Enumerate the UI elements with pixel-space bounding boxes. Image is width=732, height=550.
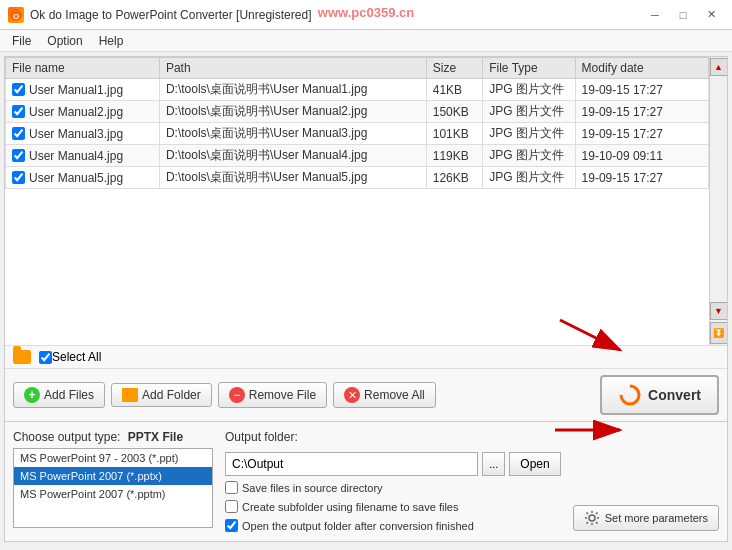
output-folder-input[interactable] — [225, 452, 478, 476]
col-header-modify: Modify date — [575, 58, 708, 79]
row-checkbox-1[interactable] — [12, 105, 25, 118]
bottom-section: Choose output type: PPTX File MS PowerPo… — [5, 421, 727, 541]
table-row: User Manual2.jpg D:\tools\桌面说明书\User Man… — [6, 101, 709, 123]
file-table: File name Path Size File Type Modify dat… — [5, 57, 709, 189]
col-header-filename: File name — [6, 58, 160, 79]
svg-point-4 — [621, 386, 639, 404]
cell-path: D:\tools\桌面说明书\User Manual5.jpg — [159, 167, 426, 189]
open-after-checkbox[interactable] — [225, 519, 238, 532]
create-subfolder-option[interactable]: Create subfolder using filename to save … — [225, 500, 561, 513]
cell-size: 150KB — [426, 101, 482, 123]
output-folder-label: Output folder: — [225, 430, 561, 444]
menu-bar: File Option Help — [0, 30, 732, 52]
app-title: Ok do Image to PowerPoint Converter [Unr… — [30, 8, 311, 22]
cell-date: 19-09-15 17:27 — [575, 101, 708, 123]
table-row: User Manual1.jpg D:\tools\桌面说明书\User Man… — [6, 79, 709, 101]
table-row: User Manual4.jpg D:\tools\桌面说明书\User Man… — [6, 145, 709, 167]
scroll-bottom-button[interactable]: ⏬ — [710, 322, 728, 344]
svg-rect-2 — [123, 392, 137, 401]
output-type-item-2[interactable]: MS PowerPoint 2007 (*.pptm) — [14, 485, 212, 503]
remove-all-label: Remove All — [364, 388, 425, 402]
cell-type: JPG 图片文件 — [483, 79, 575, 101]
menu-help[interactable]: Help — [91, 32, 132, 50]
cell-type: JPG 图片文件 — [483, 167, 575, 189]
convert-button[interactable]: Convert — [600, 375, 719, 415]
cell-size: 41KB — [426, 79, 482, 101]
cell-date: 19-09-15 17:27 — [575, 123, 708, 145]
menu-option[interactable]: Option — [39, 32, 90, 50]
title-bar: O Ok do Image to PowerPoint Converter [U… — [0, 0, 732, 30]
cell-path: D:\tools\桌面说明书\User Manual1.jpg — [159, 79, 426, 101]
col-header-path: Path — [159, 58, 426, 79]
minimize-button[interactable]: ─ — [642, 5, 668, 25]
scroll-down-button[interactable]: ▼ — [710, 302, 728, 320]
set-params-label: Set more parameters — [605, 512, 708, 524]
browse-button[interactable]: ... — [482, 452, 505, 476]
open-after-label: Open the output folder after conversion … — [242, 520, 474, 532]
scroll-up-button[interactable]: ▲ — [710, 58, 728, 76]
add-files-button[interactable]: + Add Files — [13, 382, 105, 408]
menu-file[interactable]: File — [4, 32, 39, 50]
convert-icon — [618, 383, 642, 407]
cell-path: D:\tools\桌面说明书\User Manual2.jpg — [159, 101, 426, 123]
select-all-checkbox[interactable] — [39, 351, 52, 364]
cell-filename: User Manual3.jpg — [6, 123, 160, 145]
scroll-arrows: ▲ ▼ ⏬ — [709, 57, 727, 345]
select-all-bar: Select All — [5, 345, 727, 368]
open-after-option[interactable]: Open the output folder after conversion … — [225, 519, 561, 532]
cell-path: D:\tools\桌面说明书\User Manual3.jpg — [159, 123, 426, 145]
convert-label: Convert — [648, 387, 701, 403]
row-checkbox-0[interactable] — [12, 83, 25, 96]
folder-icon — [13, 350, 31, 364]
save-in-source-checkbox[interactable] — [225, 481, 238, 494]
set-params-button[interactable]: Set more parameters — [573, 505, 719, 531]
row-checkbox-4[interactable] — [12, 171, 25, 184]
output-folder-row: ... Open — [225, 452, 561, 476]
cell-filename: User Manual4.jpg — [6, 145, 160, 167]
cell-type: JPG 图片文件 — [483, 145, 575, 167]
create-subfolder-checkbox[interactable] — [225, 500, 238, 513]
open-button[interactable]: Open — [509, 452, 560, 476]
output-type-section: Choose output type: PPTX File MS PowerPo… — [13, 430, 213, 533]
add-folder-button[interactable]: Add Folder — [111, 383, 212, 407]
row-checkbox-3[interactable] — [12, 149, 25, 162]
table-row: User Manual3.jpg D:\tools\桌面说明书\User Man… — [6, 123, 709, 145]
cell-date: 19-10-09 09:11 — [575, 145, 708, 167]
row-checkbox-2[interactable] — [12, 127, 25, 140]
create-subfolder-label: Create subfolder using filename to save … — [242, 501, 458, 513]
table-row: User Manual5.jpg D:\tools\桌面说明书\User Man… — [6, 167, 709, 189]
svg-text:O: O — [13, 12, 19, 21]
cell-filename: User Manual5.jpg — [6, 167, 160, 189]
close-button[interactable]: ✕ — [698, 5, 724, 25]
cell-path: D:\tools\桌面说明书\User Manual4.jpg — [159, 145, 426, 167]
add-files-label: Add Files — [44, 388, 94, 402]
remove-file-button[interactable]: − Remove File — [218, 382, 327, 408]
save-in-source-option[interactable]: Save files in source directory — [225, 481, 561, 494]
cell-date: 19-09-15 17:27 — [575, 167, 708, 189]
remove-all-button[interactable]: ✕ Remove All — [333, 382, 436, 408]
add-files-icon: + — [24, 387, 40, 403]
output-type-label: Choose output type: PPTX File — [13, 430, 213, 444]
cell-size: 126KB — [426, 167, 482, 189]
maximize-button[interactable]: □ — [670, 5, 696, 25]
select-all-label[interactable]: Select All — [52, 350, 101, 364]
add-folder-label: Add Folder — [142, 388, 201, 402]
cell-filename: User Manual1.jpg — [6, 79, 160, 101]
cell-date: 19-09-15 17:27 — [575, 79, 708, 101]
output-type-item-0[interactable]: MS PowerPoint 97 - 2003 (*.ppt) — [14, 449, 212, 467]
file-table-scroll[interactable]: File name Path Size File Type Modify dat… — [5, 57, 709, 345]
remove-all-icon: ✕ — [344, 387, 360, 403]
output-type-item-1[interactable]: MS PowerPoint 2007 (*.pptx) — [14, 467, 212, 485]
col-header-type: File Type — [483, 58, 575, 79]
toolbar: + Add Files Add Folder − Remove File ✕ R… — [5, 368, 727, 421]
remove-file-icon: − — [229, 387, 245, 403]
app-icon: O — [8, 7, 24, 23]
params-section: Set more parameters — [573, 430, 719, 533]
cell-size: 101KB — [426, 123, 482, 145]
output-type-list[interactable]: MS PowerPoint 97 - 2003 (*.ppt)MS PowerP… — [13, 448, 213, 528]
output-folder-section: Output folder: ... Open Save files in so… — [225, 430, 561, 533]
cell-filename: User Manual2.jpg — [6, 101, 160, 123]
cell-size: 119KB — [426, 145, 482, 167]
svg-rect-3 — [123, 390, 129, 393]
cell-type: JPG 图片文件 — [483, 123, 575, 145]
